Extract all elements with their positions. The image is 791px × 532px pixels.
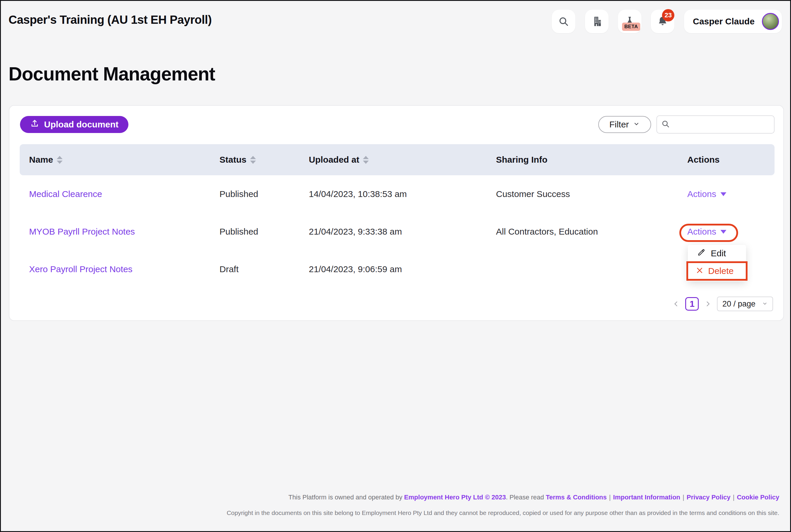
sort-icon[interactable] [57, 156, 62, 164]
sort-icon[interactable] [363, 156, 369, 164]
pencil-icon [697, 248, 705, 259]
privacy-link[interactable]: Privacy Policy [687, 494, 731, 501]
upload-document-button[interactable]: Upload document [20, 116, 128, 133]
caret-down-icon [720, 192, 726, 196]
document-link[interactable]: MYOB Payrll Project Notes [29, 227, 135, 236]
user-menu-button[interactable]: Casper Claude [684, 10, 782, 33]
page-size-select[interactable]: 20 / page [717, 297, 773, 311]
company-link[interactable]: Employment Hero Pty Ltd © 2023 [404, 494, 506, 501]
org-title: Casper's Training (AU 1st EH Payroll) [8, 13, 211, 26]
avatar [762, 13, 779, 30]
filter-label: Filter [609, 119, 629, 130]
status-cell: Draft [220, 264, 309, 274]
upload-label: Upload document [44, 119, 118, 130]
x-icon [696, 267, 703, 276]
table-search[interactable] [657, 115, 775, 134]
column-header-name[interactable]: Name [29, 155, 220, 165]
table-header: Name Status Uploaded at Sharing Info Act… [20, 144, 775, 175]
user-name: Casper Claude [693, 16, 762, 26]
sort-icon[interactable] [250, 156, 256, 164]
notification-count-badge: 23 [662, 9, 674, 21]
uploaded-at-cell: 14/04/2023, 10:38:53 am [309, 189, 496, 199]
pagination: 1 20 / page [672, 297, 773, 311]
column-header-sharing-info: Sharing Info [496, 155, 687, 165]
chevron-down-icon [633, 119, 640, 130]
footer-copyright-line: Copyright in the documents on this site … [226, 509, 779, 516]
search-icon [661, 119, 670, 130]
documents-card: Upload document Filter Name Status [9, 105, 784, 321]
footer-legal-line: This Platform is owned and operated by E… [289, 494, 779, 501]
sharing-info-cell: All Contractors, Education [496, 227, 687, 236]
menu-item-edit[interactable]: Edit [688, 245, 746, 262]
column-header-uploaded-at[interactable]: Uploaded at [309, 155, 496, 165]
cookie-link[interactable]: Cookie Policy [737, 494, 779, 501]
caret-down-icon [720, 230, 726, 234]
actions-dropdown-trigger[interactable]: Actions [687, 189, 726, 199]
sharing-info-cell: Customer Success [496, 189, 687, 199]
column-header-status[interactable]: Status [220, 155, 309, 165]
beta-features-button[interactable]: BETA [618, 10, 641, 33]
uploaded-at-cell: 21/04/2023, 9:06:59 am [309, 264, 496, 274]
upload-icon [30, 119, 39, 130]
next-page-button[interactable] [704, 300, 712, 308]
document-link[interactable]: Medical Clearence [29, 189, 102, 199]
page-title: Document Management [8, 63, 215, 85]
annotation-rectangle-delete: Delete [686, 261, 748, 281]
table-body: Medical Clearence Published 14/04/2023, … [20, 175, 775, 288]
search-input[interactable] [673, 119, 780, 130]
organisation-button[interactable] [585, 10, 609, 33]
screen: Casper's Training (AU 1st EH Payroll) [0, 0, 791, 532]
menu-item-delete[interactable]: Delete [708, 266, 734, 276]
status-cell: Published [220, 227, 309, 236]
terms-link[interactable]: Terms & Conditions [546, 494, 606, 501]
filter-button[interactable]: Filter [598, 116, 651, 133]
table-row: MYOB Payrll Project Notes Published 21/0… [20, 213, 775, 250]
document-link[interactable]: Xero Payroll Project Notes [29, 264, 132, 274]
uploaded-at-cell: 21/04/2023, 9:33:38 am [309, 227, 496, 236]
building-icon [591, 16, 603, 27]
important-info-link[interactable]: Important Information [613, 494, 681, 501]
global-search-button[interactable] [552, 10, 575, 33]
status-cell: Published [220, 189, 309, 199]
actions-dropdown-trigger[interactable]: Actions [687, 227, 726, 236]
column-header-actions: Actions [687, 155, 775, 165]
table-row: Medical Clearence Published 14/04/2023, … [20, 175, 775, 213]
notifications-button[interactable]: 23 [651, 10, 674, 33]
page-number-button[interactable]: 1 [685, 297, 699, 311]
previous-page-button[interactable] [672, 300, 680, 308]
table-row: Xero Payroll Project Notes Draft 21/04/2… [20, 250, 775, 288]
search-icon [558, 16, 569, 27]
beta-badge: BETA [622, 23, 640, 31]
chevron-down-icon [762, 300, 768, 308]
